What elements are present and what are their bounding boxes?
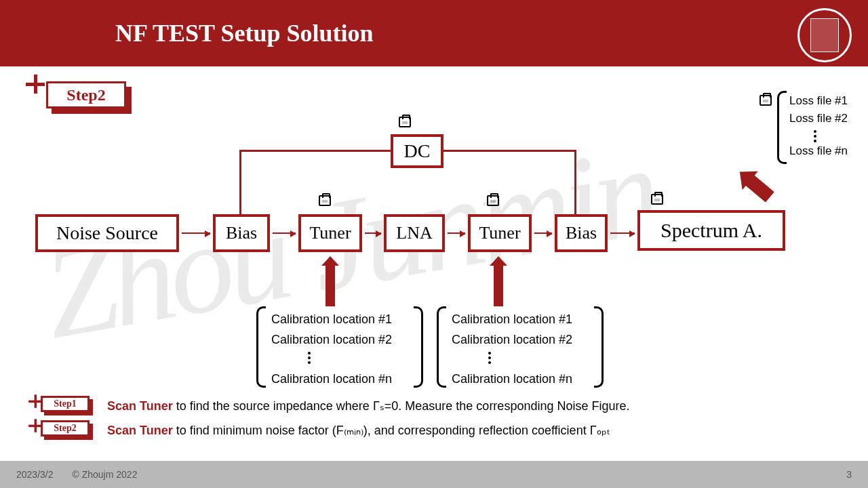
save-icon [651,194,663,205]
footer-date: 2023/3/2 [16,469,54,480]
bracket-right-icon [414,306,423,388]
block-bias-2: Bias [555,214,608,252]
save-icon [319,195,331,206]
loss-file-list: Loss file #1 Loss file #2 Loss file #n [789,92,848,160]
page-number: 3 [846,469,852,480]
footer-copyright: © Zhoujm 2022 [73,469,138,480]
block-dc: DC [391,134,443,168]
arrow-right-icon [534,232,552,234]
block-spectrum: Spectrum A. [637,210,785,251]
arrow-right-icon [448,232,465,234]
block-tuner-1: Tuner [298,214,362,252]
block-bias-1: Bias [213,214,270,252]
wire [239,150,391,152]
slide-footer: 2023/3/2 © Zhoujm 2022 3 [0,461,868,488]
calibration-list-1: Calibration location #1 Calibration loca… [271,309,392,389]
arrow-right-icon [182,232,210,234]
block-lna: LNA [384,214,445,252]
step2-text: Scan Tuner to find minimum noise factor … [107,423,610,438]
vdots-icon [814,130,816,142]
vdots-icon [308,352,311,364]
arrow-right-icon [365,232,381,234]
save-icon [399,117,411,127]
plus-icon [28,419,42,432]
block-tuner-2: Tuner [468,214,532,252]
wire [443,150,576,152]
vdots-icon [488,352,491,364]
arrow-right-icon [610,232,635,234]
plus-icon [28,394,42,408]
slide-title: NF TEST Setup Solution [115,19,374,47]
save-icon [487,195,499,206]
block-noise-source: Noise Source [35,214,179,252]
bracket-left-icon [256,306,266,388]
wire [239,150,241,216]
bracket-left-icon [777,91,787,164]
calibration-list-2: Calibration location #1 Calibration loca… [452,309,572,389]
thick-arrow-icon [326,266,335,306]
step1-text: Scan Tuner to find the source impedance … [107,399,630,413]
slide-content: Zhou Junmin Step2 DC Noise Source Bias T… [0,66,868,461]
save-icon [760,95,772,106]
big-arrow-icon [745,174,774,202]
arrow-right-icon [273,232,296,234]
plus-icon [26,75,45,94]
wire [574,150,576,216]
bracket-right-icon [594,306,604,388]
thick-arrow-icon [494,266,503,306]
university-logo [797,8,852,62]
slide-header: NF TEST Setup Solution [0,0,868,66]
bracket-left-icon [437,306,446,388]
